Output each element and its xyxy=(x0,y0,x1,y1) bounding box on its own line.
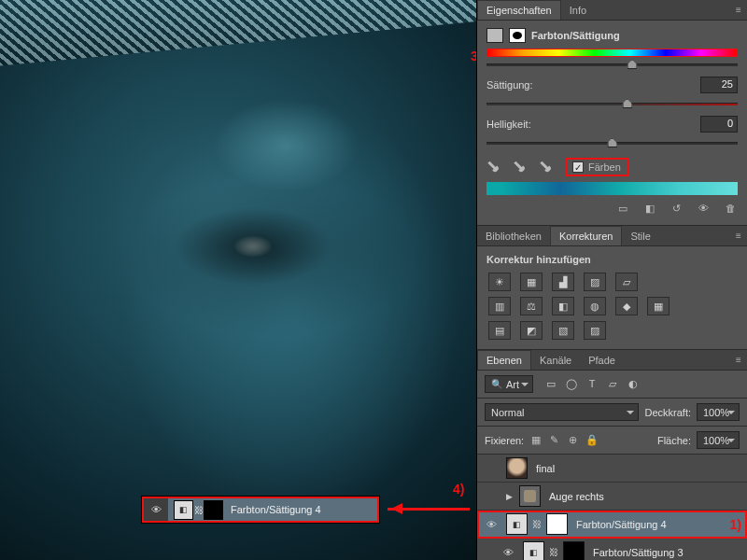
photo-filter-icon[interactable]: ◍ xyxy=(584,297,606,315)
layer-thumb[interactable] xyxy=(506,457,528,479)
adjustments-row-2: ▥ ⚖ ◧ ◍ ◆ ▦ xyxy=(486,293,738,317)
filter-shape-icon[interactable]: ▱ xyxy=(606,378,619,390)
annotation-step-1: 1) xyxy=(730,517,741,532)
filter-smart-icon[interactable]: ◐ xyxy=(627,378,640,390)
filter-type-icon[interactable]: T xyxy=(585,378,599,390)
saturation-value[interactable]: 25 xyxy=(700,77,738,93)
hue-slider-thumb[interactable] xyxy=(627,60,638,69)
lightness-label: Helligkeit: xyxy=(486,119,559,130)
adjustment-type-icon xyxy=(486,28,503,43)
properties-tabs: Eigenschaften Info ≡ xyxy=(477,0,747,21)
colorize-option[interactable]: ✓ Färben xyxy=(565,158,628,176)
annotation-step-3: 3) xyxy=(471,49,476,63)
tab-eigenschaften[interactable]: Eigenschaften xyxy=(477,0,561,20)
view-previous-icon[interactable]: ◧ xyxy=(642,203,656,215)
disclosure-triangle-icon[interactable]: ▶ xyxy=(506,492,513,501)
layer-row[interactable]: final xyxy=(477,455,747,483)
link-icon[interactable]: ⛓ xyxy=(532,519,542,529)
layer-name[interactable]: Farbton/Sättigung 3 xyxy=(593,547,684,558)
tab-bibliotheken[interactable]: Bibliotheken xyxy=(477,226,550,245)
hue-slider-track[interactable] xyxy=(486,59,738,72)
eyedropper-subtract-icon[interactable] xyxy=(536,158,555,176)
fill-dropdown[interactable]: 100% xyxy=(697,431,740,449)
link-icon[interactable]: ⛓ xyxy=(549,547,558,557)
annotation-step-4: 4) xyxy=(453,482,464,497)
result-hue-strip xyxy=(486,182,738,195)
layer-mask-thumb[interactable] xyxy=(546,513,568,535)
lightness-value[interactable]: 0 xyxy=(700,116,738,133)
tab-info[interactable]: Info xyxy=(561,0,595,20)
color-balance-icon[interactable]: ⚖ xyxy=(520,297,543,315)
layer-kind-label: Art xyxy=(506,379,519,390)
lightness-slider[interactable] xyxy=(486,137,738,150)
delete-adjustment-icon[interactable]: 🗑 xyxy=(724,203,738,214)
opacity-dropdown[interactable]: 100% xyxy=(697,403,740,421)
levels-icon[interactable]: ▦ xyxy=(520,273,543,291)
curves-icon[interactable]: ▟ xyxy=(552,273,574,291)
lock-position-icon[interactable]: ⊕ xyxy=(567,434,579,446)
adjustments-row-3: ▤ ◩ ▧ ▨ xyxy=(486,317,738,342)
lightness-slider-thumb[interactable] xyxy=(607,138,617,147)
saturation-label: Sättigung: xyxy=(486,79,559,91)
panel-menu-icon[interactable]: ≡ xyxy=(730,5,747,15)
bw-icon[interactable]: ◧ xyxy=(552,297,574,315)
posterize-icon[interactable]: ◩ xyxy=(520,321,543,340)
reset-icon[interactable]: ↺ xyxy=(669,203,684,215)
layer-name[interactable]: Auge rechts xyxy=(549,491,604,502)
threshold-icon[interactable]: ▧ xyxy=(552,321,574,340)
tab-ebenen[interactable]: Ebenen xyxy=(477,350,531,370)
exposure-icon[interactable]: ▨ xyxy=(584,273,606,291)
eye-icon[interactable]: 👁 xyxy=(481,519,501,530)
toggle-visibility-icon[interactable]: 👁 xyxy=(697,203,711,214)
adjustment-thumb-icon[interactable]: ◧ xyxy=(506,513,528,535)
document-canvas[interactable]: 3) 👁 ◧ ⛓ Farbton/Sättigung 4 4) xyxy=(0,0,476,560)
hue-slider[interactable] xyxy=(486,49,738,57)
invert-icon[interactable]: ▤ xyxy=(488,321,511,340)
layer-name[interactable]: Farbton/Sättigung 4 xyxy=(576,519,667,530)
colorize-checkbox[interactable]: ✓ xyxy=(572,161,584,173)
channel-mixer-icon[interactable]: ◆ xyxy=(615,297,638,315)
layer-list[interactable]: final ▶ Auge rechts 👁 ◧ ⛓ Farbton/Sättig… xyxy=(477,455,747,560)
filter-adjust-icon[interactable]: ◯ xyxy=(565,378,578,390)
layer-name[interactable]: final xyxy=(536,463,555,474)
saturation-slider[interactable] xyxy=(486,98,738,111)
eye-icon[interactable]: 👁 xyxy=(498,547,518,558)
layer-mask-thumb[interactable] xyxy=(563,541,585,560)
layer-kind-dropdown[interactable]: 🔍 Art xyxy=(485,375,533,393)
link-icon: ⛓ xyxy=(193,505,204,515)
saturation-slider-thumb[interactable] xyxy=(622,99,632,108)
blend-mode-dropdown[interactable]: Normal xyxy=(485,403,639,421)
layer-lock-row: Fixieren: ▦ ✎ ⊕ 🔒 Fläche: 100% xyxy=(477,427,747,455)
eyedropper-icon[interactable] xyxy=(484,158,502,176)
clip-to-layer-icon[interactable]: ▭ xyxy=(615,203,629,215)
panel-menu-icon[interactable]: ≡ xyxy=(730,355,747,365)
color-lookup-icon[interactable]: ▦ xyxy=(647,297,669,315)
search-icon: 🔍 xyxy=(491,379,502,389)
properties-panel: Farbton/Sättigung Sättigung: 25 Helligke… xyxy=(477,21,747,226)
tab-kanaele[interactable]: Kanäle xyxy=(531,350,580,370)
dragged-layer-row[interactable]: 👁 ◧ ⛓ Farbton/Sättigung 4 xyxy=(142,497,379,523)
layer-row-selected[interactable]: 👁 ◧ ⛓ Farbton/Sättigung 4 1) xyxy=(477,511,747,539)
adjustment-thumb-icon[interactable]: ◧ xyxy=(523,541,544,560)
eyedropper-add-icon[interactable] xyxy=(510,158,529,176)
tab-korrekturen[interactable]: Korrekturen xyxy=(550,226,622,245)
lock-pixels-icon[interactable]: ✎ xyxy=(548,434,560,446)
mask-mode-icon[interactable] xyxy=(509,28,526,43)
gradient-map-icon[interactable]: ▨ xyxy=(584,321,606,340)
blend-mode-value: Normal xyxy=(491,407,524,418)
layer-mask-thumb[interactable] xyxy=(204,500,223,520)
filter-pixel-icon[interactable]: ▭ xyxy=(544,378,557,390)
folder-icon[interactable] xyxy=(519,485,541,507)
tab-pfade[interactable]: Pfade xyxy=(580,350,624,370)
lock-all-icon[interactable]: 🔒 xyxy=(585,434,598,446)
panel-menu-icon[interactable]: ≡ xyxy=(730,231,747,241)
layers-tabs: Ebenen Kanäle Pfade ≡ xyxy=(477,350,747,371)
brightness-contrast-icon[interactable]: ☀ xyxy=(488,273,511,291)
layer-row[interactable]: 👁 ◧ ⛓ Farbton/Sättigung 3 xyxy=(477,539,747,560)
layer-row-group[interactable]: ▶ Auge rechts xyxy=(477,483,747,511)
hue-sat-icon[interactable]: ▥ xyxy=(488,297,511,315)
tab-stile[interactable]: Stile xyxy=(622,226,658,245)
lock-transparent-icon[interactable]: ▦ xyxy=(529,434,542,446)
eye-icon[interactable]: 👁 xyxy=(144,498,168,521)
vibrance-icon[interactable]: ▱ xyxy=(615,273,638,291)
